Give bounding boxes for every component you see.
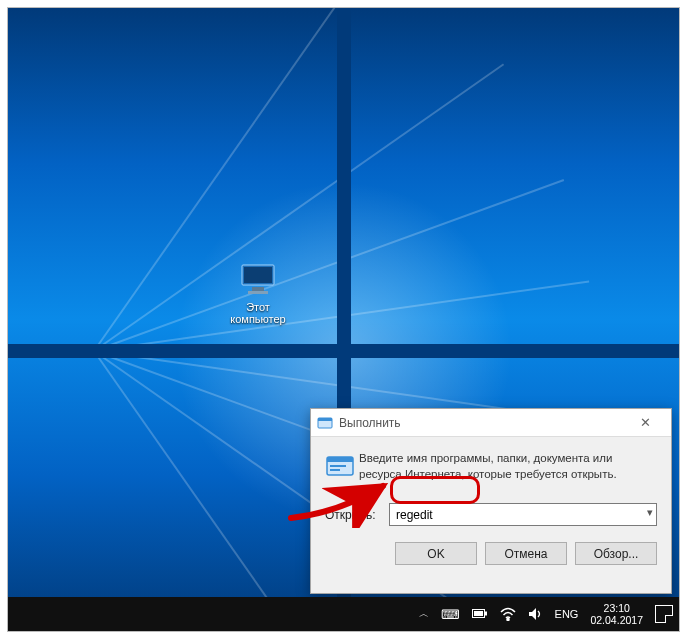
clock-date: 02.04.2017 bbox=[590, 614, 643, 626]
desktop-icon-label: Этот компьютер bbox=[218, 301, 298, 325]
clock-time: 23:10 bbox=[590, 602, 643, 614]
this-pc-icon bbox=[238, 263, 278, 297]
system-tray: ︿ ⌨ ENG 23:10 02.04.2017 bbox=[419, 602, 679, 626]
volume-icon[interactable] bbox=[528, 607, 543, 621]
svg-rect-9 bbox=[330, 469, 340, 471]
svg-rect-2 bbox=[252, 287, 264, 291]
run-message: Введите имя программы, папки, документа … bbox=[359, 451, 657, 487]
taskbar[interactable]: ︿ ⌨ ENG 23:10 02.04.2017 bbox=[8, 597, 679, 631]
screenshot-frame: Этот компьютер Выполнить ✕ bbox=[7, 7, 680, 632]
desktop-wallpaper[interactable]: Этот компьютер Выполнить ✕ bbox=[8, 8, 679, 631]
svg-rect-5 bbox=[318, 418, 332, 421]
wifi-icon[interactable] bbox=[500, 607, 516, 621]
run-title-icon bbox=[317, 415, 333, 431]
open-input[interactable] bbox=[389, 503, 657, 526]
run-body-icon bbox=[325, 451, 359, 487]
svg-rect-1 bbox=[244, 267, 272, 283]
close-icon: ✕ bbox=[640, 415, 651, 430]
close-button[interactable]: ✕ bbox=[625, 409, 665, 436]
ok-button[interactable]: OK bbox=[395, 542, 477, 565]
battery-icon[interactable] bbox=[472, 608, 488, 620]
tray-overflow-icon[interactable]: ︿ bbox=[419, 607, 429, 621]
keyboard-icon[interactable]: ⌨ bbox=[441, 607, 460, 622]
browse-button[interactable]: Обзор... bbox=[575, 542, 657, 565]
action-center-icon[interactable] bbox=[655, 605, 673, 623]
svg-rect-7 bbox=[327, 457, 353, 462]
run-title-text: Выполнить bbox=[339, 416, 401, 430]
open-label: Открыть: bbox=[325, 508, 389, 522]
run-titlebar[interactable]: Выполнить ✕ bbox=[311, 409, 671, 437]
svg-rect-8 bbox=[330, 465, 346, 467]
run-dialog: Выполнить ✕ Введите им bbox=[310, 408, 672, 594]
svg-rect-11 bbox=[485, 612, 487, 616]
svg-rect-3 bbox=[248, 291, 268, 294]
svg-point-13 bbox=[507, 619, 509, 621]
desktop-icon-this-pc[interactable]: Этот компьютер bbox=[218, 263, 298, 325]
svg-rect-12 bbox=[474, 611, 483, 616]
cancel-button[interactable]: Отмена bbox=[485, 542, 567, 565]
language-indicator[interactable]: ENG bbox=[555, 608, 579, 620]
open-combobox[interactable]: ▾ bbox=[389, 503, 657, 526]
taskbar-clock[interactable]: 23:10 02.04.2017 bbox=[590, 602, 643, 626]
